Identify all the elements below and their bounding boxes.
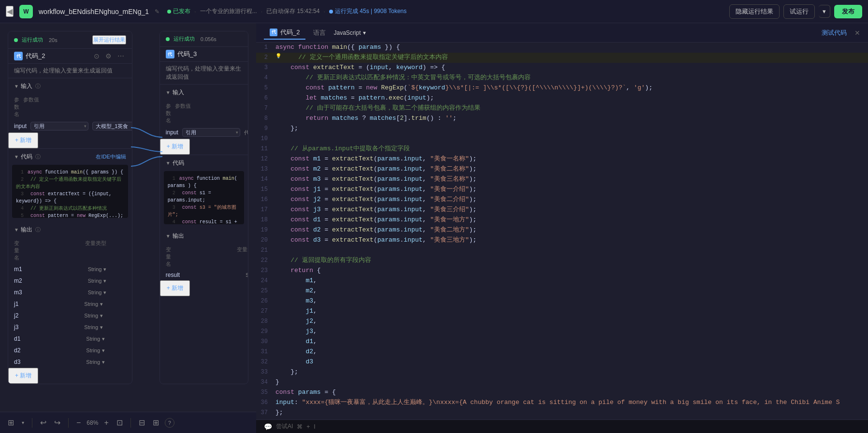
- node1-expand-button[interactable]: 展开运行结果: [92, 35, 126, 44]
- undo-button[interactable]: ↩: [38, 416, 48, 429]
- code-line-21: 21: [256, 245, 868, 256]
- bottom-toolbar: ⊞ ▾ ↩ ↪ − 68% + ⊡ ⊟ ⊞ ?: [0, 412, 256, 433]
- lang-selector[interactable]: JavaScript ▾: [333, 29, 365, 36]
- node1-model-select[interactable]: 大模型_1英食: [92, 122, 132, 130]
- status-bar: 💬 尝试AI ⌘ + I: [256, 419, 868, 433]
- editor-tab-code2[interactable]: 代 代码_2: [264, 26, 305, 40]
- code-line-16: 16 const j2 = extractText(params.input, …: [256, 195, 868, 205]
- code-line-22: 22 // 返回提取的所有字段内容: [256, 256, 868, 266]
- code-line-34: 34 }: [256, 377, 868, 388]
- code-line-11: 11 // 从params.input中提取各个指定字段: [256, 144, 868, 154]
- top-bar: ◀ W workflow_bENdishENghuo_mENg_1 ✎ 已发布 …: [0, 0, 868, 23]
- code-line-29: 29 j3,: [256, 327, 868, 337]
- plus-icon: +: [306, 423, 310, 430]
- code-line-10: 10: [256, 134, 868, 144]
- node2-status: 运行成功: [174, 35, 195, 43]
- node1-settings-button[interactable]: ⚙: [103, 52, 114, 60]
- output-row-j2: j2 String ▾ ⊘: [8, 310, 132, 321]
- node2-desc: 编写代码，处理输入变量来生成返回值: [160, 62, 248, 85]
- code-line-6: 6 let matches = pattern.exec(input);: [256, 93, 868, 103]
- pipe-icon: I: [314, 423, 315, 430]
- node1-code-preview: 1async function main({ params }) { 2 // …: [12, 165, 128, 218]
- trial-run-arrow[interactable]: ▾: [819, 5, 830, 18]
- status-badges: 已发布 · 一个专业的旅游行程... · 已自动保存 15:42:54 · 运行…: [167, 7, 406, 15]
- code-editor: 1 async function main({ params }) { 2 💡 …: [256, 43, 868, 419]
- code-line-19: 19 const d2 = extractText(params.input, …: [256, 225, 868, 235]
- output-row-j1: j1 String ▾ ⊘: [8, 298, 132, 310]
- node1-ide-button[interactable]: 在IDE中编辑: [96, 153, 126, 160]
- node1-input-section: ▼ 输入 ⓘ 参数名 参数值 input: [8, 78, 132, 148]
- fit-button[interactable]: ⊡: [115, 416, 125, 429]
- code-line-20: 20 const d3 = extractText(params.input, …: [256, 235, 868, 245]
- node1-status-dot: [14, 38, 18, 42]
- node1-output-title: 输出: [21, 226, 32, 234]
- lang-label: 语言: [313, 29, 326, 37]
- node2-code-ref: 代码_: [244, 129, 248, 136]
- output-row-d2: d2 String ▾ ⊘: [8, 345, 132, 356]
- node1-menu-button[interactable]: ⋯: [116, 52, 126, 60]
- chat-icon[interactable]: 💬: [264, 423, 272, 431]
- output-row-d1: d1 String ▾ ⊘: [8, 333, 132, 345]
- node1-model-select-wrapper: 大模型_1英食 ▾: [92, 122, 132, 130]
- zoom-in-button[interactable]: +: [102, 417, 110, 429]
- code-line-32: 32 d3: [256, 357, 868, 367]
- code-line-31: 31 d2,: [256, 347, 868, 357]
- code-line-27: 27 j1,: [256, 306, 868, 317]
- output-row-m3: m3 String ▾ ⊘: [8, 287, 132, 298]
- back-button[interactable]: ◀: [6, 6, 14, 17]
- code-line-37: 37 };: [256, 408, 868, 418]
- node1-add-output-button[interactable]: + 新增: [8, 368, 38, 384]
- node1-input-info: ⓘ: [35, 83, 41, 90]
- node1-type-select[interactable]: 引用 固定值: [30, 122, 88, 130]
- app-icon: W: [19, 5, 33, 18]
- toolbar-divider-1: [32, 418, 32, 428]
- node2-add-input-button[interactable]: + 新增: [160, 139, 190, 155]
- trial-run-button[interactable]: 试运行: [783, 4, 815, 19]
- code-line-8: 8 return matches ? matches[2].trim() : '…: [256, 114, 868, 124]
- toolbar-divider-3: [130, 418, 131, 428]
- node2-input-title: 输入: [173, 88, 184, 97]
- node1-input-arrow[interactable]: ▼: [14, 84, 19, 89]
- node2-output-row-result: result String: [160, 270, 248, 280]
- node2-add-output-button[interactable]: + 新增: [160, 280, 190, 296]
- output-row-j3: j3 String ▾ ⊘: [8, 321, 132, 333]
- node1-copy-button[interactable]: ⊙: [92, 52, 101, 60]
- code-line-7: 7 // 由于可能存在大括号包裹，取第二个捕获组的内容作为结果: [256, 103, 868, 114]
- chat-label: 尝试AI: [276, 422, 293, 431]
- edit-title-icon[interactable]: ✎: [155, 8, 159, 15]
- node2-icon: 代: [166, 50, 174, 58]
- publish-button[interactable]: 发布: [834, 5, 862, 18]
- node2-input-section: ▼ 输入 参数名 参数值 input: [160, 85, 248, 155]
- zoom-out-button[interactable]: −: [74, 417, 83, 429]
- main-layout: 运行成功 20s 展开运行结果 代 代码_2 ⊙ ⚙ ⋯ 编写代码，处理输入变量…: [0, 23, 868, 433]
- code-line-25: 25 m2,: [256, 286, 868, 296]
- right-panel: 代 代码_2 语言 JavaScript ▾ 测试代码 ✕ 1 async fu…: [256, 23, 868, 433]
- node1-code-arrow[interactable]: ▼: [14, 154, 19, 159]
- nodes-area: 运行成功 20s 展开运行结果 代 代码_2 ⊙ ⚙ ⋯ 编写代码，处理输入变量…: [0, 23, 256, 412]
- editor-close-button[interactable]: ✕: [854, 29, 860, 37]
- node1-type-select-wrapper: 引用 固定值 ▾: [30, 122, 88, 130]
- minimap-button[interactable]: ⊞: [151, 416, 161, 429]
- code-line-2: 2 💡 // 定义一个通用函数来提取指定关键字后的文本内容: [256, 53, 868, 63]
- bulb-icon: 💡: [275, 53, 281, 60]
- code-line-36: 36 input: "xxxx={猫咪一夜暴富，从此走上人生巅峰。}\nxxxx…: [256, 398, 868, 408]
- toolbar-divider-2: [68, 418, 69, 428]
- layout-arrow-button[interactable]: ▾: [20, 418, 26, 427]
- editor-tab-bar: 代 代码_2 语言 JavaScript ▾ 测试代码 ✕: [256, 23, 868, 43]
- arrange-button[interactable]: ⊟: [137, 416, 147, 429]
- top-actions: 隐藏运行结果 试运行 ▾ 发布: [729, 4, 862, 19]
- node2-type-select[interactable]: 引用: [182, 128, 240, 137]
- redo-button[interactable]: ↪: [52, 416, 62, 429]
- help-button[interactable]: ?: [165, 418, 174, 428]
- node2-input-arrow[interactable]: ▼: [166, 90, 171, 95]
- running-badge: 运行完成 45s | 9908 Tokens: [329, 7, 406, 15]
- node1-output-arrow[interactable]: ▼: [14, 227, 19, 232]
- published-badge: 已发布: [167, 7, 190, 15]
- node1-status: 运行成功: [22, 36, 43, 43]
- node1-col-headers: 参数名 参数值: [8, 94, 132, 120]
- hide-results-button[interactable]: 隐藏运行结果: [729, 4, 780, 19]
- test-code-button[interactable]: 测试代码: [822, 29, 847, 37]
- node1-time: 20s: [49, 37, 58, 43]
- node1-add-input-button[interactable]: + 新增: [8, 132, 38, 148]
- layout-button[interactable]: ⊞: [6, 416, 16, 429]
